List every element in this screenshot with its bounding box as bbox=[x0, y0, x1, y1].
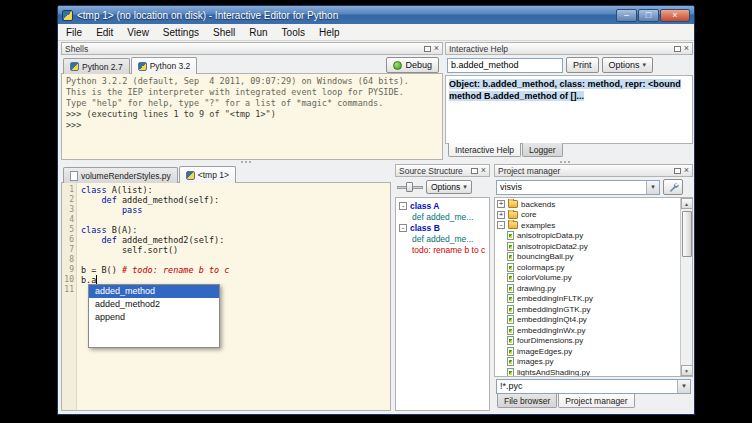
chevron-down-icon[interactable]: ▾ bbox=[677, 380, 690, 393]
help-options-button[interactable]: Options ▾ bbox=[602, 57, 654, 73]
source-structure-controls: Options ▾ bbox=[395, 177, 490, 197]
code-line: def added_method2(self): bbox=[81, 235, 390, 245]
python-file-icon bbox=[186, 171, 195, 180]
project-item-label: embeddingInQt4.py bbox=[517, 315, 587, 324]
project-tree-item[interactable]: lightsAndShading.py bbox=[495, 367, 680, 376]
project-config-button[interactable] bbox=[663, 179, 683, 195]
shell-tab[interactable]: Python 2.7 bbox=[63, 58, 130, 74]
scroll-down-icon[interactable]: ▼ bbox=[681, 365, 693, 376]
splitter-handle[interactable] bbox=[560, 160, 570, 164]
menu-item-edit[interactable]: Edit bbox=[89, 25, 120, 40]
python-file-icon bbox=[507, 326, 514, 335]
project-tree: +backends+core-examplesanisotropicData.p… bbox=[494, 197, 693, 377]
tab-file-browser[interactable]: File browser bbox=[497, 394, 557, 408]
close-panel-icon[interactable]: × bbox=[684, 44, 689, 53]
source-tree-item[interactable]: todo: rename b to c bbox=[396, 244, 489, 255]
dropdown-glyph: ▾ bbox=[651, 183, 655, 191]
project-tree-item[interactable]: bouncingBall.py bbox=[495, 252, 680, 263]
menu-item-tools[interactable]: Tools bbox=[275, 25, 312, 40]
project-tree-list: +backends+core-examplesanisotropicData.p… bbox=[495, 199, 680, 376]
project-tree-item[interactable]: +backends bbox=[495, 199, 680, 210]
source-tree[interactable]: -class Adef added_me...-class Bdef added… bbox=[395, 197, 490, 411]
source-tree-item[interactable]: -class A bbox=[396, 200, 489, 211]
help-query-input[interactable] bbox=[447, 58, 563, 73]
close-panel-icon[interactable]: × bbox=[481, 166, 486, 175]
project-tree-item[interactable]: images.py bbox=[495, 357, 680, 368]
tab-interactive-help[interactable]: Interactive Help bbox=[448, 143, 521, 157]
source-tree-item[interactable]: -class B bbox=[396, 222, 489, 233]
file-filter-select[interactable]: !*.pyc ▾ bbox=[496, 379, 691, 394]
source-tree-item[interactable]: def added_me... bbox=[396, 211, 489, 222]
print-label: Print bbox=[573, 60, 592, 70]
project-tree-item[interactable]: colormaps.py bbox=[495, 262, 680, 273]
menu-item-view[interactable]: View bbox=[120, 25, 156, 40]
title-bar[interactable]: <tmp 1> (no location on disk) - Interact… bbox=[58, 6, 694, 24]
file-filter-value: !*.pyc bbox=[497, 381, 677, 391]
project-select[interactable]: visvis ▾ bbox=[496, 180, 660, 195]
tab-project-manager[interactable]: Project manager bbox=[558, 394, 634, 408]
python-icon bbox=[138, 62, 147, 71]
debug-button[interactable]: Debug bbox=[386, 57, 439, 73]
folder-icon bbox=[508, 221, 518, 229]
line-number: 7 bbox=[62, 245, 74, 255]
menu-item-settings[interactable]: Settings bbox=[156, 25, 206, 40]
completion-item[interactable]: added_method bbox=[89, 285, 219, 298]
expander-icon[interactable]: - bbox=[497, 221, 505, 229]
project-tree-scrollbar[interactable]: ▲ ▼ bbox=[680, 198, 692, 376]
menu-item-shell[interactable]: Shell bbox=[206, 25, 242, 40]
source-tree-item[interactable]: def added_me... bbox=[396, 233, 489, 244]
panel-title: Shells bbox=[65, 44, 88, 54]
slider-thumb[interactable] bbox=[406, 182, 413, 192]
close-button[interactable]: × bbox=[660, 9, 690, 22]
code-line: b = B() # todo: rename b to c bbox=[81, 265, 390, 275]
tab-logger[interactable]: Logger bbox=[522, 143, 562, 157]
dock-panel-icon[interactable] bbox=[674, 168, 681, 174]
shells-panel: Shells × Python 2.7Python 3.2 Debug Pyth… bbox=[61, 42, 443, 160]
project-tree-item[interactable]: embeddingInGTK.py bbox=[495, 304, 680, 315]
project-tree-item[interactable]: embeddingInQt4.py bbox=[495, 315, 680, 326]
python-file-icon bbox=[507, 252, 514, 261]
shell-output[interactable]: Python 3.2.2 (default, Sep 4 2011, 09:07… bbox=[61, 73, 443, 160]
menu-item-help[interactable]: Help bbox=[312, 25, 347, 40]
project-tree-item[interactable]: anisotropicData2.py bbox=[495, 241, 680, 252]
chevron-down-icon[interactable]: ▾ bbox=[646, 181, 659, 194]
expander-icon[interactable]: + bbox=[497, 211, 505, 219]
editor-tab[interactable]: <tmp 1> bbox=[179, 166, 236, 183]
project-tree-item[interactable]: colorVolume.py bbox=[495, 273, 680, 284]
window-controls: – □ × bbox=[616, 9, 690, 22]
source-options-button[interactable]: Options ▾ bbox=[426, 180, 472, 194]
scroll-up-icon[interactable]: ▲ bbox=[681, 198, 693, 209]
menu-item-run[interactable]: Run bbox=[242, 25, 274, 40]
close-panel-icon[interactable]: × bbox=[684, 166, 689, 175]
editor-tab[interactable]: volumeRenderStyles.py bbox=[63, 167, 178, 183]
expander-icon[interactable]: - bbox=[399, 202, 407, 210]
zoom-slider[interactable] bbox=[397, 181, 423, 193]
close-panel-icon[interactable]: × bbox=[434, 44, 439, 53]
project-tree-item[interactable]: +core bbox=[495, 210, 680, 221]
expander-icon[interactable]: + bbox=[497, 200, 505, 208]
completion-item[interactable]: append bbox=[89, 311, 219, 324]
project-tree-item[interactable]: embeddingInFLTK.py bbox=[495, 294, 680, 305]
menu-item-file[interactable]: File bbox=[59, 25, 89, 40]
shell-tab[interactable]: Python 3.2 bbox=[131, 57, 198, 74]
project-tree-item[interactable]: imageEdges.py bbox=[495, 346, 680, 357]
dock-panel-icon[interactable] bbox=[424, 46, 431, 52]
project-manager-panel-header: Project manager × bbox=[494, 164, 693, 177]
project-tree-item[interactable]: anisotropicData.py bbox=[495, 231, 680, 242]
scrollbar-thumb[interactable] bbox=[682, 211, 692, 257]
minimize-button[interactable]: – bbox=[616, 9, 637, 22]
print-button[interactable]: Print bbox=[566, 57, 599, 73]
help-content[interactable]: Object: b.added_method, class: method, r… bbox=[445, 75, 693, 144]
dock-panel-icon[interactable] bbox=[674, 46, 681, 52]
project-tree-item[interactable]: drawing.py bbox=[495, 283, 680, 294]
dock-panel-icon[interactable] bbox=[471, 168, 478, 174]
maximize-button[interactable]: □ bbox=[638, 9, 659, 22]
project-item-label: anisotropicData2.py bbox=[517, 242, 588, 251]
project-tree-item[interactable]: -examples bbox=[495, 220, 680, 231]
completion-item[interactable]: added_method2 bbox=[89, 298, 219, 311]
project-tree-item[interactable]: embeddingInWx.py bbox=[495, 325, 680, 336]
project-item-label: colorVolume.py bbox=[517, 273, 572, 282]
expander-icon[interactable]: - bbox=[399, 224, 407, 232]
splitter-handle[interactable] bbox=[241, 160, 251, 164]
project-tree-item[interactable]: fourDimensions.py bbox=[495, 336, 680, 347]
